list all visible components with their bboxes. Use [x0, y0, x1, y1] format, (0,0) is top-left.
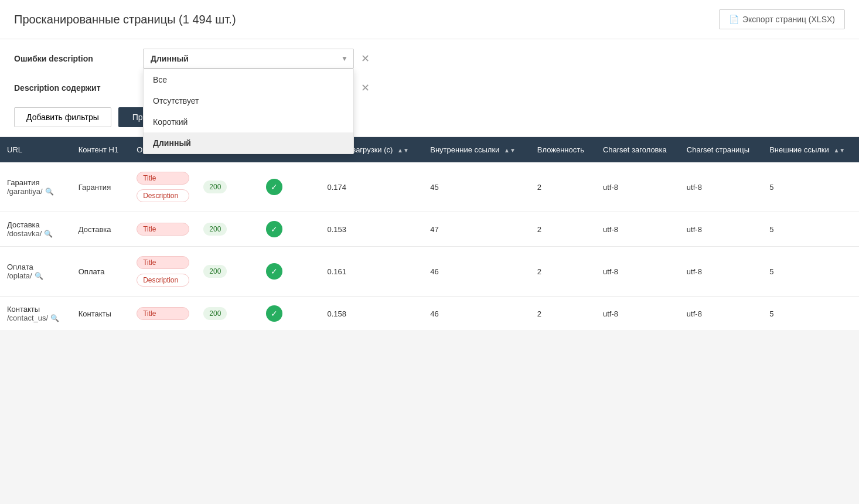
error-badge-title: Title: [137, 307, 189, 320]
cell-external-links: 5: [762, 162, 859, 212]
col-internal-links[interactable]: Внутренние ссылки ▲▼: [423, 137, 530, 162]
cell-depth: 2: [530, 212, 596, 247]
col-charset-header: Charset заголовка: [596, 137, 680, 162]
filter-row-description-contains: Description содержит ✕: [14, 78, 845, 98]
filters-section: Ошибки description Все Отсутствует Корот…: [0, 39, 859, 137]
cell-url: Оплата /oplata/ 🔍: [0, 247, 71, 297]
http-status-badge: 200: [203, 265, 227, 278]
sort-arrows-load-time: ▲▼: [397, 147, 409, 154]
dropdown-item-missing[interactable]: Отсутствует: [144, 90, 353, 111]
cell-errors: TitleDescription: [129, 247, 196, 297]
dropdown-item-all[interactable]: Все: [144, 69, 353, 90]
cell-internal-links: 46: [423, 247, 530, 297]
error-badge-description: Description: [137, 274, 189, 287]
cell-http: 200: [196, 162, 259, 212]
col-h1: Контент H1: [71, 137, 129, 162]
table-row: Гарантия /garantiya/ 🔍 ГарантияTitleDesc…: [0, 162, 859, 212]
col-url: URL: [0, 137, 71, 162]
filter-select-wrapper-1: Все Отсутствует Короткий Длинный ▼ Все О…: [143, 49, 354, 69]
cell-depth: 2: [530, 297, 596, 331]
cell-internal-links: 46: [423, 297, 530, 331]
cell-http: 200: [196, 247, 259, 297]
error-badge-title: Title: [137, 172, 189, 185]
cell-external-links: 5: [762, 212, 859, 247]
url-path: /dostavka/ 🔍: [7, 229, 64, 238]
cell-indexed: ✓: [259, 212, 320, 247]
search-icon[interactable]: 🔍: [45, 188, 54, 196]
indexed-check-icon: ✓: [266, 221, 282, 237]
cell-url: Контакты /contact_us/ 🔍: [0, 297, 71, 331]
cell-load-time: 0.158: [320, 297, 423, 331]
filter-label-errors-description: Ошибки description: [14, 54, 143, 63]
url-path: /garantiya/ 🔍: [7, 187, 64, 196]
cell-charset-page: utf-8: [680, 297, 762, 331]
indexed-check-icon: ✓: [266, 179, 282, 195]
table-header: URL Контент H1 Ошибки HTTP статус Индекс…: [0, 137, 859, 162]
indexed-check-icon: ✓: [266, 263, 282, 280]
cell-url: Доставка /dostavka/ 🔍: [0, 212, 71, 247]
cell-errors: Title: [129, 297, 196, 331]
cell-charset-header: utf-8: [596, 212, 680, 247]
page-title: Просканированные страницы (1 494 шт.): [14, 13, 236, 26]
cell-load-time: 0.153: [320, 212, 423, 247]
cell-depth: 2: [530, 162, 596, 212]
cell-indexed: ✓: [259, 162, 320, 212]
filter-actions: Добавить фильтры Применить фил...: [14, 107, 845, 127]
cell-load-time: 0.174: [320, 162, 423, 212]
cell-h1: Доставка: [71, 212, 129, 247]
sort-arrows-external-links: ▲▼: [833, 147, 845, 154]
cell-internal-links: 45: [423, 162, 530, 212]
cell-errors: TitleDescription: [129, 162, 196, 212]
table-body: Гарантия /garantiya/ 🔍 ГарантияTitleDesc…: [0, 162, 859, 331]
cell-depth: 2: [530, 247, 596, 297]
cell-external-links: 5: [762, 247, 859, 297]
filter-clear-button-1[interactable]: ✕: [361, 53, 370, 64]
cell-charset-page: utf-8: [680, 247, 762, 297]
cell-charset-header: utf-8: [596, 297, 680, 331]
search-icon[interactable]: 🔍: [35, 272, 43, 280]
filter-clear-button-2[interactable]: ✕: [361, 83, 370, 93]
table-row: Оплата /oplata/ 🔍 ОплатаTitleDescription…: [0, 247, 859, 297]
table-row: Контакты /contact_us/ 🔍 КонтактыTitle200…: [0, 297, 859, 331]
cell-errors: Title: [129, 212, 196, 247]
cell-charset-header: utf-8: [596, 247, 680, 297]
url-path: /contact_us/ 🔍: [7, 314, 64, 322]
dropdown-item-long[interactable]: Длинный: [144, 132, 353, 154]
table-header-row: URL Контент H1 Ошибки HTTP статус Индекс…: [0, 137, 859, 162]
dropdown-overlay: Все Отсутствует Короткий Длинный: [143, 69, 354, 154]
error-badge-description: Description: [137, 189, 189, 202]
cell-h1: Оплата: [71, 247, 129, 297]
cell-h1: Контакты: [71, 297, 129, 331]
cell-indexed: ✓: [259, 297, 320, 331]
cell-charset-page: utf-8: [680, 162, 762, 212]
export-label: Экспорт страниц (XLSX): [742, 15, 835, 24]
filter-select-errors-description[interactable]: Все Отсутствует Короткий Длинный: [143, 49, 354, 69]
col-depth: Вложенность: [530, 137, 596, 162]
sort-arrows-internal-links: ▲▼: [504, 147, 516, 154]
export-button[interactable]: 📄 Экспорт страниц (XLSX): [719, 9, 845, 29]
export-icon: 📄: [729, 15, 739, 24]
cell-http: 200: [196, 297, 259, 331]
table-row: Доставка /dostavka/ 🔍 ДоставкаTitle200✓0…: [0, 212, 859, 247]
cell-charset-page: utf-8: [680, 212, 762, 247]
filter-row-errors-description: Ошибки description Все Отсутствует Корот…: [14, 49, 845, 69]
url-name: Гарантия: [7, 178, 64, 187]
url-name: Оплата: [7, 263, 64, 271]
add-filters-button[interactable]: Добавить фильтры: [14, 107, 111, 127]
search-icon[interactable]: 🔍: [44, 230, 53, 238]
error-badge-title: Title: [137, 223, 189, 236]
cell-charset-header: utf-8: [596, 162, 680, 212]
http-status-badge: 200: [203, 181, 227, 193]
pages-table: URL Контент H1 Ошибки HTTP статус Индекс…: [0, 137, 859, 331]
col-external-links[interactable]: Внешние ссылки ▲▼: [762, 137, 859, 162]
table-container: URL Контент H1 Ошибки HTTP статус Индекс…: [0, 137, 859, 331]
search-icon[interactable]: 🔍: [50, 314, 59, 322]
cell-external-links: 5: [762, 297, 859, 331]
dropdown-item-short[interactable]: Короткий: [144, 111, 353, 132]
cell-internal-links: 47: [423, 212, 530, 247]
filter-label-description-contains: Description содержит: [14, 83, 143, 93]
error-badge-title: Title: [137, 256, 189, 269]
page-header: Просканированные страницы (1 494 шт.) 📄 …: [0, 0, 859, 39]
http-status-badge: 200: [203, 223, 227, 236]
cell-url: Гарантия /garantiya/ 🔍: [0, 162, 71, 212]
